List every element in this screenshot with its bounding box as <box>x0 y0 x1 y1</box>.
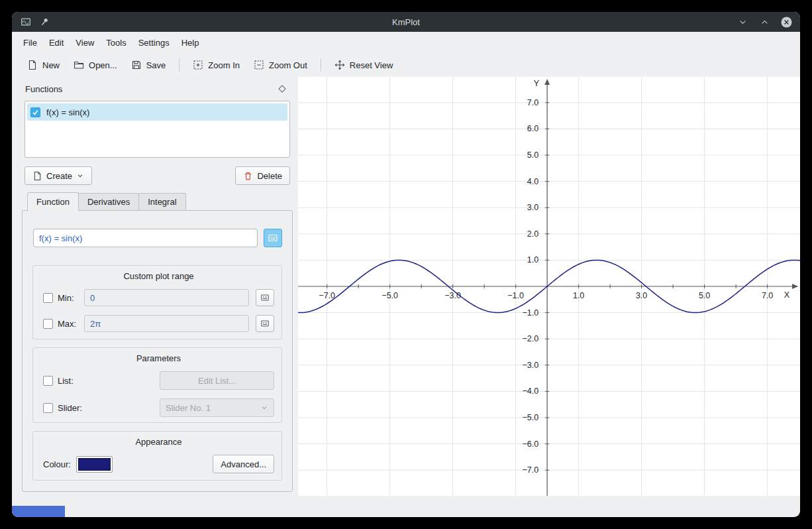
menubar: File Edit View Tools Settings Help <box>12 32 800 53</box>
slider-checkbox[interactable] <box>43 403 53 413</box>
new-document-icon <box>27 60 38 70</box>
max-checkbox[interactable] <box>43 319 53 329</box>
menu-tools[interactable]: Tools <box>100 34 132 51</box>
advanced-button[interactable]: Advanced... <box>213 455 274 473</box>
list-buttons-row: Create Delete <box>25 166 290 185</box>
equation-editor-icon <box>268 233 278 243</box>
min-input[interactable] <box>84 289 249 306</box>
x-tick-label: 3.0 <box>636 291 647 300</box>
reset-view-icon <box>334 60 345 70</box>
chevron-down-icon <box>76 172 84 180</box>
window-title: KmPlot <box>12 17 800 27</box>
maximize-button[interactable] <box>758 16 770 28</box>
zoom-out-button[interactable]: Zoom Out <box>248 56 313 74</box>
min-checkbox[interactable] <box>43 293 53 303</box>
toolbar-separator <box>179 58 179 72</box>
y-tick-label: −5.0 <box>522 413 538 422</box>
menu-help[interactable]: Help <box>176 34 205 51</box>
create-button-label: Create <box>46 171 72 181</box>
slider-select[interactable]: Slider No. 1 <box>160 398 274 417</box>
dock-tabs: Function Derivatives Integral <box>22 192 293 210</box>
x-tick-label: 7.0 <box>762 291 773 300</box>
functions-dock: Functions f(x) = sin(x) Create <box>17 77 298 496</box>
equation-editor-button[interactable] <box>264 229 282 247</box>
slider-select-value: Slider No. 1 <box>166 403 211 413</box>
colour-label: Colour: <box>43 459 71 469</box>
parameters-title: Parameters <box>43 353 274 363</box>
plot-svg: −7.0−5.0−3.0−1.01.03.05.07.0−7.0−6.0−5.0… <box>298 77 800 496</box>
close-icon <box>781 17 792 28</box>
open-button-label: Open... <box>89 60 117 70</box>
zoom-out-button-label: Zoom Out <box>269 60 307 70</box>
open-button[interactable]: Open... <box>68 56 123 74</box>
reset-view-button-label: Reset View <box>350 60 393 70</box>
y-tick-label: 4.0 <box>527 177 538 186</box>
checkmark-icon <box>32 109 39 116</box>
create-function-icon <box>32 171 42 181</box>
save-button[interactable]: Save <box>125 56 172 74</box>
statusbar <box>12 496 800 517</box>
dock-float-icon[interactable] <box>278 85 285 92</box>
x-tick-label: −5.0 <box>381 291 398 300</box>
tab-derivatives[interactable]: Derivatives <box>78 193 139 210</box>
menu-settings[interactable]: Settings <box>132 34 176 51</box>
y-tick-label: −1.0 <box>522 308 538 318</box>
max-editor-button[interactable] <box>256 315 274 332</box>
slider-label: Slider: <box>58 403 84 413</box>
min-row: Min: <box>43 289 274 306</box>
tab-function[interactable]: Function <box>27 192 79 211</box>
chevron-down-icon <box>260 404 268 412</box>
x-tick-label: −7.0 <box>319 291 335 300</box>
save-icon <box>131 60 142 70</box>
min-editor-button[interactable] <box>256 289 274 306</box>
dock-header: Functions <box>22 77 293 101</box>
zoom-in-button[interactable]: Zoom In <box>187 56 246 74</box>
appearance-title: Appearance <box>43 437 274 447</box>
function-tab-pane: Custom plot range Min: Max: <box>22 210 293 492</box>
delete-button-label: Delete <box>257 171 282 181</box>
close-button[interactable] <box>780 16 792 28</box>
plot-area[interactable]: −7.0−5.0−3.0−1.01.03.05.07.0−7.0−6.0−5.0… <box>298 77 800 496</box>
colour-row: Colour: Advanced... <box>43 455 274 473</box>
y-tick-label: −6.0 <box>522 440 538 449</box>
new-button[interactable]: New <box>21 56 66 74</box>
zoom-in-icon <box>193 60 203 70</box>
shade-button[interactable] <box>736 16 748 28</box>
chevron-down-icon <box>738 17 748 27</box>
function-item-label: f(x) = sin(x) <box>46 107 89 117</box>
y-tick-label: −3.0 <box>522 361 538 370</box>
menu-view[interactable]: View <box>70 34 100 51</box>
new-button-label: New <box>42 60 60 70</box>
pin-icon[interactable] <box>39 16 51 28</box>
zoom-in-button-label: Zoom In <box>208 60 240 70</box>
y-axis-arrow <box>544 79 550 85</box>
x-axis-name: X <box>784 290 790 300</box>
titlebar[interactable]: KmPlot <box>12 12 800 32</box>
custom-plot-range-group: Custom plot range Min: Max: <box>32 265 282 339</box>
max-row: Max: <box>43 315 274 332</box>
x-tick-label: 1.0 <box>573 291 584 300</box>
kmplot-window: KmPlot File Edit View Tools Settings Hel… <box>12 12 800 517</box>
max-input[interactable] <box>84 315 249 332</box>
max-label: Max: <box>58 319 84 329</box>
menu-edit[interactable]: Edit <box>43 34 70 51</box>
colour-swatch-button[interactable] <box>76 456 113 473</box>
edit-list-button[interactable]: Edit List... <box>160 371 274 390</box>
main-area: Functions f(x) = sin(x) Create <box>12 77 800 496</box>
create-button[interactable]: Create <box>25 166 92 185</box>
tab-integral[interactable]: Integral <box>138 193 185 210</box>
y-axis-name: Y <box>534 79 540 88</box>
y-tick-label: 3.0 <box>527 203 538 212</box>
toolbar: New Open... Save Zoom In Zoom Out Reset … <box>12 53 800 77</box>
function-list-item[interactable]: f(x) = sin(x) <box>27 103 287 121</box>
menu-file[interactable]: File <box>17 34 43 51</box>
function-visible-checkbox[interactable] <box>30 107 40 117</box>
toolbar-separator <box>321 58 321 72</box>
equation-input[interactable] <box>33 229 258 247</box>
list-checkbox[interactable] <box>43 376 53 386</box>
y-tick-label: 7.0 <box>527 98 538 107</box>
function-list: f(x) = sin(x) <box>25 101 290 158</box>
delete-button[interactable]: Delete <box>235 166 290 185</box>
dock-title: Functions <box>25 84 62 94</box>
reset-view-button[interactable]: Reset View <box>329 56 399 74</box>
